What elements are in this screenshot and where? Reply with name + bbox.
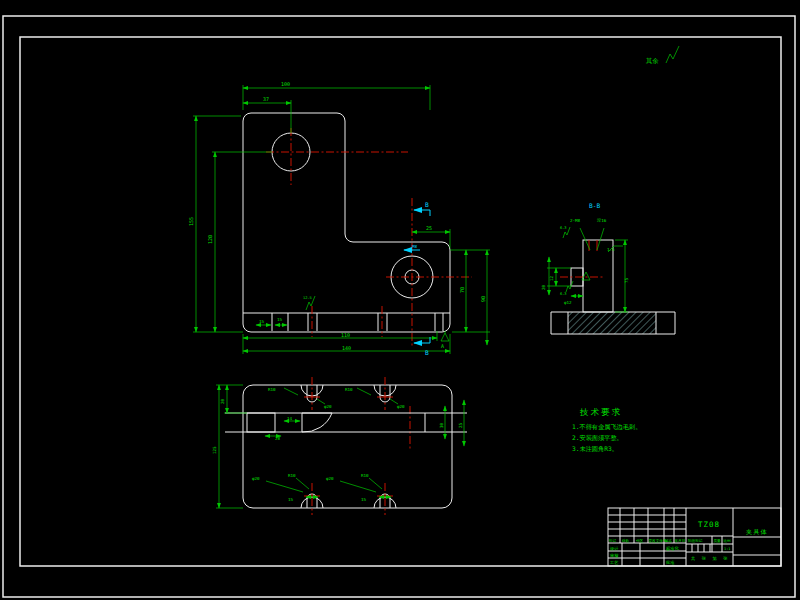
dim-label: 110: [341, 332, 350, 338]
dim-label: 15: [361, 497, 367, 502]
tb-design-label: 设计: [610, 546, 619, 551]
part-outline: [243, 113, 450, 332]
dim-label: 75: [624, 277, 629, 283]
dim-label: φ12: [564, 300, 572, 305]
dim-label: 15: [277, 317, 283, 322]
surface-finish-note: 其余: [646, 46, 679, 65]
section-letter: B: [425, 201, 429, 208]
dim-label: 20: [541, 284, 546, 290]
tb-stage-label: 阶段标记: [688, 538, 703, 543]
front-view: 100 37 155 120 25 70 90 15 15 110 140 12…: [188, 81, 490, 356]
dim-label: 37: [263, 96, 269, 102]
section-view: B-B 2-M8 深16 6.3 6.3 1.5: [541, 202, 675, 334]
roughness-value: 12.5: [303, 296, 312, 300]
dim-label: 140: [342, 345, 351, 351]
dim-label: R10: [288, 473, 296, 478]
datum-label: A: [441, 343, 444, 349]
tech-req-line: 3.未注圆角R3。: [572, 445, 618, 453]
tb-scale-value: 1:1: [724, 547, 731, 551]
tb-label: 签名: [665, 539, 672, 543]
tb-label: 分区: [636, 539, 644, 543]
bottom-view: R10 φ20 R10 φ20 φ20 R10 φ20 R10 15 15 20…: [212, 377, 467, 515]
dim-label: 12: [549, 275, 554, 281]
name-column: [733, 537, 781, 555]
tb-scale-label: 比例: [724, 539, 732, 543]
dim-label: 155: [188, 217, 194, 226]
drawing-number: TZ08: [698, 520, 720, 529]
section-band: [225, 413, 467, 432]
dim-label: 14: [287, 416, 293, 421]
plate-outline: [243, 385, 452, 508]
dim-label: 25: [426, 225, 432, 231]
front-dimensions: [193, 85, 490, 354]
dim-label: φ20: [324, 404, 332, 409]
centerlines: [266, 128, 472, 348]
section-letter: B: [425, 349, 429, 356]
tech-req-title: 技术要求: [579, 407, 622, 417]
part-name: 夹具体: [746, 528, 768, 535]
base-section-hatch: [568, 312, 656, 334]
chamfer-label: 1.5: [607, 247, 615, 252]
roughness-value: 6.3: [560, 292, 567, 296]
datum-flag-icon: [441, 331, 449, 341]
tb-sheet-label: 共 张 第 张: [691, 556, 729, 561]
dim-label: 20: [220, 398, 225, 404]
dim-label: R10: [361, 473, 369, 478]
dim-label: 25: [458, 422, 463, 428]
dim-label: 120: [207, 235, 213, 244]
dim-label: 125: [212, 446, 217, 454]
section-title: B-B: [589, 202, 600, 209]
dim-label: 90: [480, 296, 486, 302]
tb-craft-label: 工艺: [609, 560, 619, 565]
thread-leader: 2-M8: [570, 218, 581, 223]
thread-callout: M8: [412, 244, 418, 249]
rest-label: 其余: [646, 57, 659, 65]
dim-label: 70: [459, 287, 465, 293]
slot-centerlines: [304, 377, 410, 515]
tech-req-line: 1.不得有金属飞边毛刺。: [572, 423, 641, 431]
dim-label: R10: [268, 387, 276, 392]
dim-label: 15: [259, 319, 265, 324]
tech-req-line: 2.安装面须平整。: [572, 434, 623, 442]
tb-audit-label: 审核: [610, 553, 619, 558]
outer-border: [3, 16, 795, 597]
u-slots: [301, 385, 396, 508]
slot-edges: [272, 313, 443, 331]
tb-mass-label: 质量: [714, 539, 722, 543]
dim-label: 28: [275, 436, 281, 441]
revision-grid: [608, 508, 686, 566]
title-block: 标记 处数 分区 更改文件号 签名 年月日 设计 标准化 审核 工艺 批准 TZ…: [608, 508, 781, 566]
dim-label: 15: [288, 497, 294, 502]
cad-canvas: 其余: [0, 0, 800, 600]
bottom-dimensions: [216, 385, 464, 508]
depth-leader: 深16: [597, 218, 607, 223]
roughness-value: 6.3: [560, 226, 567, 230]
dim-label: φ20: [397, 404, 405, 409]
tb-approve-label: 批准: [665, 560, 675, 565]
tb-label: 处数: [622, 538, 630, 543]
dim-label: 100: [281, 81, 290, 87]
drawing-sheet: 其余: [0, 0, 800, 600]
tb-label: 年月日: [675, 539, 686, 543]
dim-label: R10: [345, 387, 353, 392]
roughness-icon: [666, 46, 679, 63]
dim-label: φ20: [326, 476, 334, 481]
dim-label: φ20: [252, 476, 260, 481]
dim-label: 30: [439, 422, 444, 428]
inner-border: [20, 37, 781, 566]
tb-label: 标记: [608, 538, 617, 543]
technical-requirements: 技术要求 1.不得有金属飞边毛刺。 2.安装面须平整。 3.未注圆角R3。: [572, 407, 641, 453]
